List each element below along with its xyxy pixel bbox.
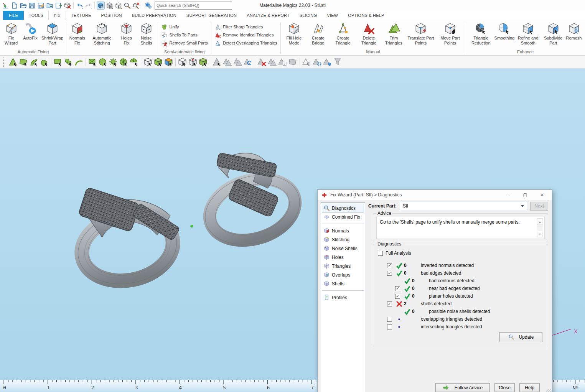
marked-filter-icon[interactable] [333,57,343,67]
ribbon-button-remove-identical-triangles[interactable]: Remove Identical Triangles [213,31,279,39]
mark-plane-icon[interactable] [19,57,28,67]
brush-circle-selection-icon[interactable] [98,57,108,67]
rectangle-selection-icon[interactable] [53,57,63,67]
open-file-icon[interactable] [19,2,27,10]
current-part-select[interactable]: Stl [400,202,527,210]
close-button[interactable]: Close [494,383,515,392]
ribbon-button-filter-sharp-triangles[interactable]: Filter Sharp Triangles [213,23,279,31]
star-selection-icon[interactable] [109,57,118,67]
tab-options-help[interactable]: OPTIONS & HELP [343,11,389,20]
tab-analyze-report[interactable]: ANALYZE & REPORT [242,11,295,20]
magnify-icon[interactable] [123,2,131,10]
sidebar-item-holes[interactable]: Holes [322,253,364,262]
tab-texture[interactable]: TEXTURE [66,11,96,20]
invert-selection-icon[interactable] [243,57,253,67]
selected-triangles-icon[interactable] [222,57,232,67]
mark-surface-icon[interactable] [29,57,39,67]
polyline-selection-icon[interactable] [74,57,84,67]
new-document-icon[interactable] [10,2,18,10]
remove-part-icon[interactable] [63,2,71,10]
tab-slicing[interactable]: SLICING [295,11,322,20]
cube-clear-marking-icon[interactable] [143,57,153,67]
toolbar-drag-handle[interactable] [3,58,5,67]
measure-marked-icon[interactable] [302,57,311,67]
sidebar-item-profiles[interactable]: Profiles [322,293,364,302]
ribbon-button-detect-overlapping-triangles[interactable]: Detect Overlapping Triangles [213,39,279,47]
ribbon-button-refine-and-smooth[interactable]: Refine and Smooth [514,21,542,46]
ribbon-button-automatic-stitching[interactable]: Automatic Stitching [87,21,117,46]
cube-mark-shell-icon[interactable] [198,57,208,67]
ribbon-button-move-part-points[interactable]: Move Part Points [436,21,465,46]
full-analysis-row[interactable]: Full Analysis [378,250,545,256]
sector-selection-icon[interactable] [129,57,139,67]
close-icon[interactable]: ✕ [534,191,550,199]
window-selection-icon[interactable] [88,57,97,67]
mark-triangle-icon[interactable] [8,57,18,67]
pie-selection-icon[interactable] [119,57,129,67]
quick-search-input[interactable] [155,2,232,10]
minimize-icon[interactable]: – [500,191,517,199]
ribbon-button-noise-shells[interactable]: Noise Shells [136,21,157,46]
scroll-up-icon[interactable]: ▲ [537,219,543,225]
ribbon-button-shells-to-parts[interactable]: Shells To Parts [159,31,210,39]
ribbon-button-delete-triangle[interactable]: Delete Triangle [356,21,382,46]
select-triangle-icon[interactable] [212,57,222,67]
zoom-selection-icon[interactable] [97,2,105,10]
model-ring-left[interactable] [71,187,184,293]
sidebar-item-shells[interactable]: Shells [322,279,364,288]
ribbon-button-fix-wizard[interactable]: Fix Wizard [2,21,21,46]
ribbon-button-remesh[interactable]: Remesh [564,21,583,41]
ribbon-button-normals-fix[interactable]: Normals Fix [68,21,87,46]
tab-fix[interactable]: FIX [48,11,66,20]
tab-view[interactable]: VIEW [322,11,343,20]
save-icon[interactable] [28,2,36,10]
cube-mark-colored-icon[interactable] [164,57,173,67]
cube-unmark-icon[interactable] [178,57,187,67]
sidebar-item-stitching[interactable]: Stitching [322,235,364,244]
save-as-icon[interactable] [37,2,45,10]
cube-mark-green-icon[interactable] [153,57,163,67]
tab-build-preparation[interactable]: BUILD PREPARATION [127,11,181,20]
ribbon-button-trim-triangles[interactable]: Trim Triangles [382,21,406,46]
diagnostic-checkbox[interactable] [395,286,400,291]
brush-selection-icon[interactable] [64,57,73,67]
model-ring-right[interactable] [196,153,308,255]
ribbon-button-create-triangle[interactable]: Create Triangle [330,21,356,46]
sidebar-item-noise-shells[interactable]: Noise Shells [322,244,364,253]
magnify-off-icon[interactable] [132,2,140,10]
export-part-icon[interactable] [54,2,63,10]
sidebar-item-normals[interactable]: Normals [322,226,364,235]
ribbon-button-remove-small-parts[interactable]: Remove Small Parts [159,39,210,47]
cube-mark-point-icon[interactable] [188,57,198,67]
redo-icon[interactable] [84,2,92,10]
tab-position[interactable]: POSITION [96,11,127,20]
help-button[interactable]: Help [519,383,540,392]
marked-drop-icon[interactable] [323,57,332,67]
ribbon-button-translate-part-points[interactable]: Translate Part Points [406,21,436,46]
refresh-marked-icon[interactable] [312,57,322,67]
marked-plane-icon[interactable] [288,57,298,67]
copy-marked-icon[interactable] [267,57,277,67]
ribbon-button-unify[interactable]: Unify [159,23,210,31]
tab-tools[interactable]: TOOLS [24,11,48,20]
ribbon-button-autofix[interactable]: AutoFix [21,21,40,41]
zoom-scene-icon[interactable] [114,2,122,10]
mark-shell-icon[interactable] [40,57,49,67]
tab-file[interactable]: FILE [3,11,24,20]
undo-icon[interactable] [76,2,84,10]
tab-support-generation[interactable]: SUPPORT GENERATION [181,11,242,20]
diagnostic-checkbox[interactable] [387,301,392,306]
follow-advice-button[interactable]: Follow Advice [435,383,490,392]
sidebar-item-combined-fix[interactable]: Combined Fix [322,212,364,221]
ribbon-button-fill-hole-mode[interactable]: Fill Hole Mode [282,21,306,46]
resize-grip[interactable] [546,389,552,392]
grow-selection-icon[interactable] [233,57,242,67]
sidebar-item-triangles[interactable]: Triangles [322,262,364,270]
ribbon-button-triangle-reduction[interactable]: Triangle Reduction [467,21,495,46]
sidebar-item-overlaps[interactable]: Overlaps [322,270,364,279]
delete-marked-icon[interactable] [257,57,267,67]
diagnostic-checkbox[interactable] [387,324,392,329]
settings-gear-icon[interactable] [144,2,152,10]
magics-logo-icon[interactable] [2,2,10,10]
import-part-icon[interactable] [46,2,54,10]
